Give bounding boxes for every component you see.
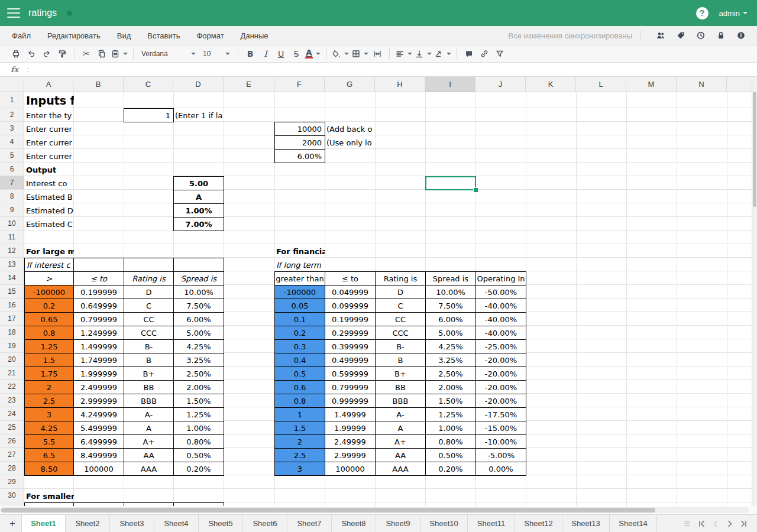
cell-I18[interactable]: 5.00% [425, 326, 476, 340]
users-icon[interactable] [653, 29, 668, 42]
cell-D15[interactable]: 10.00% [173, 285, 224, 299]
cell-J19[interactable]: -25.00% [475, 339, 526, 353]
row-header-21[interactable]: 21 [0, 366, 24, 380]
cell-H14[interactable]: Rating is [375, 271, 426, 286]
row-header-1[interactable]: 1 [0, 92, 24, 108]
cell-F3[interactable]: 10000 [274, 122, 325, 136]
cell-C19[interactable]: B- [124, 339, 174, 353]
lock-icon[interactable] [713, 29, 729, 42]
italic-button[interactable]: I [259, 47, 272, 60]
cell-A13[interactable]: If interest c [24, 258, 74, 272]
cell-A24[interactable]: 3 [24, 407, 74, 421]
row-header-9[interactable]: 9 [0, 203, 24, 217]
cell-G15[interactable]: 0.049999 [325, 285, 376, 299]
cell-A9[interactable]: Estimated D [24, 203, 74, 218]
cell-B19[interactable]: 1.499999 [73, 339, 124, 353]
sheet-tab-sheet3[interactable]: Sheet3 [110, 515, 154, 532]
cell-A2[interactable]: Enter the ty [24, 108, 74, 122]
cell-H22[interactable]: BB [375, 380, 426, 394]
cell-C20[interactable]: B [124, 353, 174, 367]
cell-G3[interactable]: (Add back o [325, 122, 376, 136]
column-header-I[interactable]: I [425, 77, 475, 92]
sheet-tab-sheet14[interactable]: Sheet14 [610, 515, 657, 532]
underline-button[interactable]: U [274, 47, 287, 60]
cell-F28[interactable]: 3 [274, 462, 325, 476]
cell-I21[interactable]: 2.50% [425, 366, 476, 381]
column-header-J[interactable]: J [475, 77, 526, 92]
cell-I19[interactable]: 4.25% [425, 339, 476, 353]
cell-I26[interactable]: 0.80% [425, 434, 476, 449]
sheet-tab-sheet8[interactable]: Sheet8 [332, 515, 376, 532]
cell-F21[interactable]: 0.5 [274, 366, 325, 381]
sheet-tab-sheet2[interactable]: Sheet2 [66, 515, 110, 532]
cell-C27[interactable]: AA [124, 448, 174, 462]
tab-list-icon[interactable] [680, 517, 694, 531]
cell-A22[interactable]: 2 [24, 380, 74, 394]
column-header-M[interactable]: M [626, 77, 677, 92]
cell-D28[interactable]: 0.20% [173, 462, 224, 476]
cell-F5[interactable]: 6.00% [274, 149, 325, 163]
cell-I25[interactable]: 1.00% [425, 421, 476, 435]
cell-G23[interactable]: 0.999999 [325, 394, 376, 408]
cut-button[interactable]: ✂ [80, 47, 93, 60]
cell-C18[interactable]: CCC [124, 326, 174, 340]
cell-B16[interactable]: 0.649999 [73, 299, 124, 313]
row-header-20[interactable]: 20 [0, 353, 24, 366]
cell-A26[interactable]: 5.5 [24, 434, 74, 449]
cell-G4[interactable]: (Use only lo [325, 135, 376, 150]
sheet-tab-sheet9[interactable]: Sheet9 [376, 515, 420, 532]
cell-H24[interactable]: A- [375, 407, 426, 421]
column-header-G[interactable]: G [325, 77, 375, 92]
row-header-16[interactable]: 16 [0, 299, 24, 312]
row-header-25[interactable]: 25 [0, 421, 24, 434]
cell-J15[interactable]: -50.00% [475, 285, 526, 299]
column-header-N[interactable]: N [677, 77, 727, 92]
row-header-13[interactable]: 13 [0, 258, 24, 271]
cell-C16[interactable]: C [124, 299, 174, 313]
column-header-E[interactable]: E [224, 77, 274, 92]
cell-A5[interactable]: Enter currer [24, 149, 74, 163]
favorite-star-icon[interactable]: ★ [65, 7, 74, 20]
copy-button[interactable] [95, 47, 108, 60]
cell-A18[interactable]: 0.8 [24, 326, 74, 340]
font-color-button[interactable]: A [305, 47, 321, 60]
cell-F27[interactable]: 2.5 [274, 448, 325, 462]
row-header-8[interactable]: 8 [0, 190, 24, 203]
row-header-5[interactable]: 5 [0, 149, 24, 163]
cell-I17[interactable]: 6.00% [425, 312, 476, 326]
cell-G17[interactable]: 0.199999 [325, 312, 376, 326]
cell-J17[interactable]: -40.00% [475, 312, 526, 326]
cell-B27[interactable]: 8.499999 [73, 448, 124, 462]
cell-F26[interactable]: 2 [274, 434, 325, 449]
sheet-tab-sheet1[interactable]: Sheet1 [21, 515, 66, 532]
cell-G27[interactable]: 2.99999 [325, 448, 376, 462]
formula-input[interactable] [29, 63, 757, 76]
menu-формат[interactable]: Формат [188, 31, 232, 40]
cell-G22[interactable]: 0.799999 [325, 380, 376, 394]
cell-D14[interactable]: Spread is [173, 271, 224, 286]
cell-I27[interactable]: 0.50% [425, 448, 476, 462]
fx-icon[interactable]: fx [11, 65, 18, 74]
cell-D27[interactable]: 0.50% [173, 448, 224, 462]
main-menu-icon[interactable] [7, 8, 20, 18]
row-header-23[interactable]: 23 [0, 394, 24, 407]
cell-A20[interactable]: 1.5 [24, 353, 74, 367]
cell-F22[interactable]: 0.6 [274, 380, 325, 394]
select-all-corner[interactable] [0, 77, 24, 92]
cell-F17[interactable]: 0.1 [274, 312, 325, 326]
row-header-30[interactable]: 30 [0, 489, 24, 502]
cell-A16[interactable]: 0.2 [24, 299, 74, 313]
cell-F25[interactable]: 1.5 [274, 421, 325, 435]
cell-A23[interactable]: 2.5 [24, 394, 74, 408]
cell-G14[interactable]: ≤ to [325, 271, 376, 286]
cell-D20[interactable]: 3.25% [173, 353, 224, 367]
cell-B21[interactable]: 1.999999 [73, 366, 124, 381]
cell-H21[interactable]: B+ [375, 366, 426, 381]
cell-G25[interactable]: 1.99999 [325, 421, 376, 435]
user-menu[interactable]: admin [719, 9, 748, 18]
cell-A25[interactable]: 4.25 [24, 421, 74, 435]
cell-J27[interactable]: -5.00% [475, 448, 526, 462]
row-header-10[interactable]: 10 [0, 217, 24, 231]
row-header-3[interactable]: 3 [0, 122, 24, 135]
menu-редактировать[interactable]: Редактировать [39, 31, 109, 40]
